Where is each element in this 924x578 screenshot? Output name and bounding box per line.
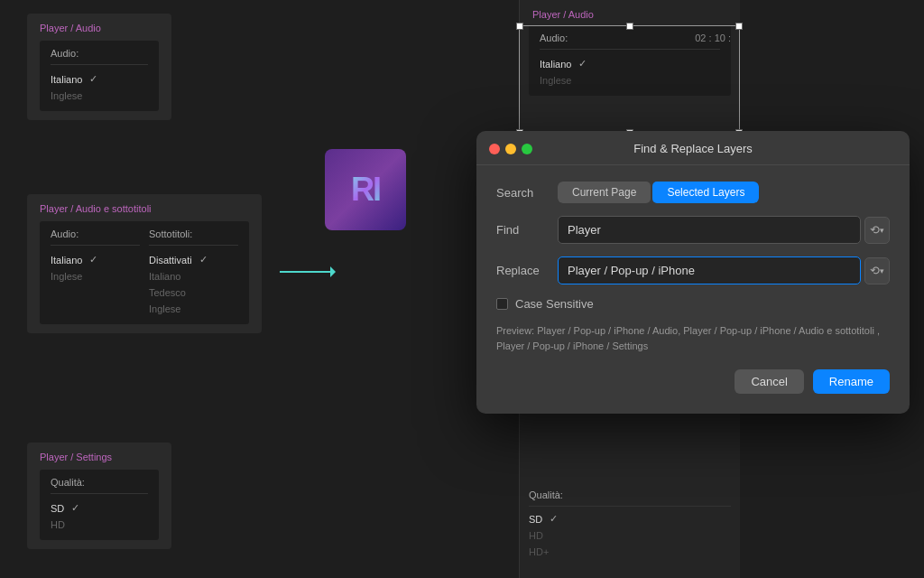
list-item: Italiano [149, 268, 238, 284]
audio-section-label: Audio: [51, 48, 148, 65]
search-label: Search [496, 186, 558, 200]
replace-row: Replace ⟲ ▾ [496, 256, 890, 284]
list-item: Inglese [51, 88, 148, 104]
replace-input-row: ⟲ ▾ [558, 256, 890, 284]
list-item: Tedesco [149, 284, 238, 301]
cancel-button[interactable]: Cancel [735, 369, 803, 394]
case-sensitive-label: Case Sensitive [515, 297, 594, 311]
list-item: SD✓ [51, 499, 148, 517]
find-row: Find ⟲ ▾ [496, 216, 890, 244]
layer-card-settings: Player / Settings Qualità: SD✓ HD [27, 443, 171, 549]
minimize-button[interactable] [505, 144, 516, 154]
modal-body: Search Current Page Selected Layers Find… [476, 165, 910, 414]
arrow [280, 271, 334, 273]
toggle-selected-layers[interactable]: Selected Layers [652, 182, 759, 203]
modal-titlebar: Find & Replace Layers [476, 131, 910, 165]
case-sensitive-checkbox[interactable] [496, 298, 508, 310]
modal-actions: Cancel Rename [496, 369, 890, 394]
list-item: HD [529, 527, 731, 544]
chevron-down-icon: ▾ [880, 226, 884, 235]
list-item: Italiano✓ [51, 251, 140, 268]
list-item: HD+ [529, 544, 731, 560]
find-history-button[interactable]: ⟲ ▾ [864, 217, 890, 244]
layer-card-audio-subtitles-title: Player / Audio e sottotitoli [40, 203, 249, 214]
layer-card-audio-title: Player / Audio [40, 23, 159, 33]
history-icon: ⟲ [870, 264, 880, 277]
layer-card-audio: Player / Audio Audio: Italiano✓ Inglese [27, 14, 171, 120]
replace-label: Replace [496, 264, 558, 277]
logo-box: RI [325, 149, 406, 230]
rename-button[interactable]: Rename [813, 369, 890, 394]
list-item: Italiano✓ [540, 55, 720, 72]
replace-history-button[interactable]: ⟲ ▾ [864, 257, 890, 284]
maximize-button[interactable] [522, 144, 532, 154]
layer-card-settings-title: Player / Settings [40, 452, 159, 462]
arrow-line [280, 271, 334, 273]
right-time: 02 : 10 : [695, 33, 731, 43]
list-item: Disattivati✓ [149, 251, 238, 268]
chevron-down-icon: ▾ [880, 266, 884, 275]
list-item: Inglese [540, 72, 720, 89]
logo-text: RI [351, 171, 380, 209]
case-sensitive-row: Case Sensitive [496, 297, 890, 311]
quality-preview: Qualità: SD✓ HD HD+ [520, 482, 740, 578]
search-toggle: Current Page Selected Layers [558, 182, 759, 203]
canvas-area: Player / Audio Audio: Italiano✓ Inglese … [0, 0, 478, 578]
col-subtitles-header: Sottotitoli: [149, 228, 238, 246]
find-input[interactable] [558, 216, 861, 244]
right-preview-title: Player / Audio [520, 0, 740, 25]
find-replace-modal[interactable]: Find & Replace Layers Search Current Pag… [476, 131, 910, 414]
quality-label: Qualità: [529, 482, 731, 507]
list-item: SD✓ [529, 510, 731, 527]
replace-input[interactable] [558, 256, 861, 284]
find-input-row: ⟲ ▾ [558, 216, 890, 244]
modal-title: Find & Replace Layers [491, 142, 895, 155]
history-icon: ⟲ [870, 223, 880, 237]
right-audio-label: Audio: [540, 33, 720, 50]
list-item: Inglese [51, 268, 140, 284]
close-button[interactable] [489, 144, 500, 154]
preview-text: Preview: Player / Pop-up / iPhone / Audi… [496, 323, 890, 353]
list-item: HD [51, 517, 148, 533]
find-label: Find [496, 223, 558, 237]
layer-card-audio-subtitles: Player / Audio e sottotitoli Audio: Ital… [27, 194, 262, 333]
search-row: Search Current Page Selected Layers [496, 182, 890, 203]
settings-section-label: Qualità: [51, 477, 148, 494]
traffic-lights [489, 144, 532, 154]
list-item: Inglese [149, 301, 238, 317]
toggle-current-page[interactable]: Current Page [558, 182, 651, 203]
col-audio-header: Audio: [51, 228, 140, 246]
list-item: Italiano✓ [51, 70, 148, 88]
